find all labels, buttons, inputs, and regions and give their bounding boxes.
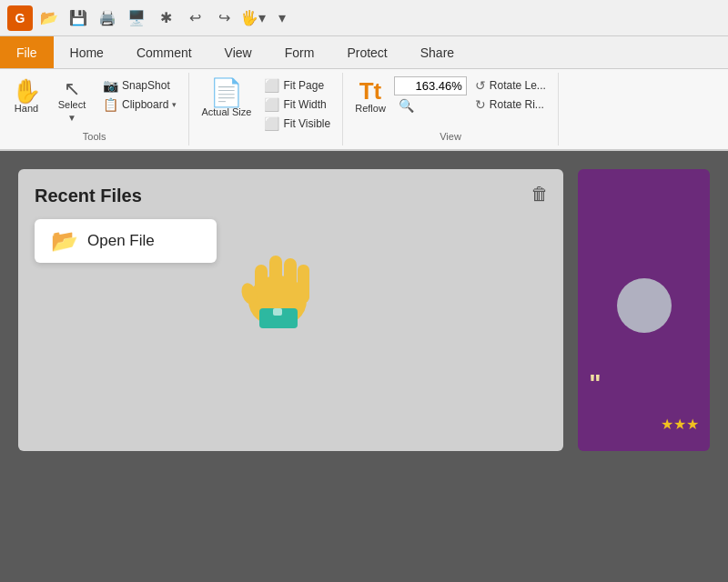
side-panel-avatar — [617, 278, 672, 333]
zoom-controls-col: 🔍 — [394, 76, 467, 115]
snapshot-label: SnapShot — [122, 79, 170, 92]
fit-visible-btn[interactable]: ⬜ Fit Visible — [259, 115, 335, 133]
more-btn[interactable]: ▾ — [269, 5, 295, 31]
save-btn[interactable]: 💾 — [66, 5, 91, 31]
side-panel: " ★★★ — [578, 169, 710, 451]
fit-visible-icon: ⬜ — [264, 116, 279, 131]
open-folder-icon: 📂 — [51, 228, 78, 254]
fit-width-icon: ⬜ — [264, 97, 279, 112]
tools-group-inner: ✋ Hand ↖ Select ▼ 📷 SnapShot 📋 Clip — [7, 76, 181, 129]
snapshot-btn[interactable]: 📷 SnapShot — [98, 76, 181, 95]
ribbon-content: ✋ Hand ↖ Select ▼ 📷 SnapShot 📋 Clip — [0, 69, 728, 151]
rotate-left-icon: ↺ — [475, 78, 486, 93]
tab-comment[interactable]: Comment — [120, 36, 208, 68]
view-group-label: View — [440, 131, 461, 142]
hand-label: Hand — [15, 103, 38, 114]
print-btn[interactable]: 🖨️ — [95, 5, 120, 31]
select-tool-btn[interactable]: ↖ Select — [49, 76, 95, 113]
select-label: Select — [58, 99, 86, 110]
tab-share[interactable]: Share — [404, 36, 470, 68]
tab-form[interactable]: Form — [268, 36, 331, 68]
tab-home[interactable]: Home — [54, 36, 120, 68]
tab-protect[interactable]: Protect — [330, 36, 403, 68]
main-area: Recent Files 🗑 📂 Open File — [0, 151, 728, 577]
rotate-left-label: Rotate Le... — [490, 79, 546, 92]
select-icon: ↖ — [64, 79, 80, 99]
rotate-right-icon: ↻ — [475, 97, 486, 112]
open-file-button[interactable]: 📂 Open File — [35, 219, 217, 263]
hand-cursor-illustration — [228, 224, 318, 315]
clipboard-label: Clipboard — [122, 98, 168, 111]
rotate-col: ↺ Rotate Le... ↻ Rotate Ri... — [470, 76, 551, 114]
page-size-inner: 📄 Actual Size ⬜ Fit Page ⬜ Fit Width ⬜ F… — [197, 76, 335, 142]
rotate-left-btn[interactable]: ↺ Rotate Le... — [470, 76, 551, 95]
clipboard-dropdown-arrow[interactable]: ▾ — [172, 100, 177, 109]
reflow-btn[interactable]: Tt Reflow — [350, 76, 390, 116]
tools-group-label: Tools — [83, 131, 106, 142]
reflow-icon: Tt — [359, 79, 382, 103]
redo-btn[interactable]: ↪ — [211, 5, 237, 31]
open-folder-btn[interactable]: 📂 — [36, 5, 62, 31]
tools-group: ✋ Hand ↖ Select ▼ 📷 SnapShot 📋 Clip — [0, 73, 189, 146]
view-group-inner: Tt Reflow 🔍 ↺ Rotate Le... ↻ Rotate Ri..… — [350, 76, 551, 129]
svg-rect-7 — [273, 308, 282, 316]
clipboard-btn[interactable]: 📋 Clipboard ▾ — [98, 95, 181, 114]
view-group: Tt Reflow 🔍 ↺ Rotate Le... ↻ Rotate Ri..… — [343, 73, 559, 146]
tab-view[interactable]: View — [208, 36, 268, 68]
fit-page-btn[interactable]: ⬜ Fit Page — [259, 76, 335, 95]
title-bar: G 📂 💾 🖨️ 🖥️ ✱ ↩ ↪ 🖐️▾ ▾ — [0, 0, 728, 36]
snapshot-clipboard-col: 📷 SnapShot 📋 Clipboard ▾ — [98, 76, 181, 114]
hand-tools-btn[interactable]: 🖐️▾ — [240, 5, 266, 31]
hand-svg — [228, 224, 328, 333]
svg-rect-3 — [284, 258, 297, 303]
select-tool-group: ↖ Select ▼ — [49, 76, 95, 123]
select-dropdown-arrow[interactable]: ▼ — [67, 113, 76, 123]
undo-btn[interactable]: ↩ — [182, 5, 207, 31]
rotate-right-label: Rotate Ri... — [490, 98, 544, 111]
open-file-label: Open File — [87, 232, 155, 250]
recent-files-panel: Recent Files 🗑 📂 Open File — [18, 169, 563, 451]
hand-icon: ✋ — [12, 79, 41, 103]
actual-size-label: Actual Size — [201, 106, 251, 117]
zoom-out-btn[interactable]: 🔍 — [394, 96, 467, 115]
svg-rect-4 — [298, 265, 309, 303]
fit-page-label: Fit Page — [283, 79, 324, 92]
side-panel-quote-icon: " — [589, 371, 601, 396]
monitor-btn[interactable]: 🖥️ — [124, 5, 149, 31]
clipboard-icon: 📋 — [103, 97, 118, 112]
trash-icon[interactable]: 🗑 — [531, 184, 549, 205]
ribbon-tabs: File Home Comment View Form Protect Shar… — [0, 36, 728, 69]
fit-group: ⬜ Fit Page ⬜ Fit Width ⬜ Fit Visible — [259, 76, 335, 133]
recent-files-title: Recent Files — [35, 186, 547, 206]
zoom-out-icon: 🔍 — [399, 98, 414, 113]
asterisk-btn[interactable]: ✱ — [153, 5, 178, 31]
fit-width-btn[interactable]: ⬜ Fit Width — [259, 95, 335, 114]
fit-visible-label: Fit Visible — [283, 117, 330, 130]
app-logo: G — [7, 5, 33, 31]
rotate-right-btn[interactable]: ↻ Rotate Ri... — [470, 95, 551, 114]
hand-tool-btn[interactable]: ✋ Hand — [7, 76, 46, 116]
actual-size-btn[interactable]: 📄 Actual Size — [197, 76, 256, 120]
actual-size-icon: 📄 — [209, 79, 243, 106]
fit-page-icon: ⬜ — [264, 78, 279, 93]
page-size-group: 📄 Actual Size ⬜ Fit Page ⬜ Fit Width ⬜ F… — [189, 73, 343, 146]
reflow-label: Reflow — [355, 103, 386, 114]
side-panel-stars: ★★★ — [661, 416, 699, 433]
svg-rect-2 — [269, 256, 282, 303]
snapshot-icon: 📷 — [103, 78, 118, 93]
fit-width-label: Fit Width — [283, 98, 326, 111]
zoom-input[interactable] — [394, 76, 467, 95]
tab-file[interactable]: File — [0, 36, 54, 68]
